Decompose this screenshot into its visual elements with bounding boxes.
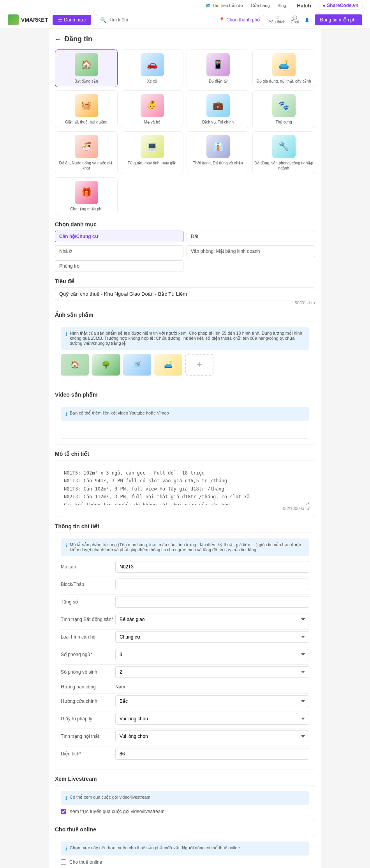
category-item-dv[interactable]: 💼 Dịch vụ, Tài chính bbox=[187, 90, 249, 128]
giay-phap-ly-select[interactable]: Vui lòng chọn bbox=[115, 713, 309, 725]
image-thumb-1[interactable]: 🏠 bbox=[61, 354, 89, 376]
category-thumb-docu: 🍜 bbox=[75, 135, 98, 158]
profile-button[interactable]: 👤 bbox=[305, 18, 309, 22]
video-san-pham-title: Video sản phẩm bbox=[55, 392, 315, 398]
category-item-bds[interactable]: 🏠 Bất động sản bbox=[55, 49, 118, 87]
category-item-thucung[interactable]: 🐾 Thú cưng bbox=[252, 90, 315, 128]
cho-thue-online-title: Cho thuê online bbox=[55, 826, 315, 833]
page-content: ← Đăng tin 🏠 Bất động sản 🚗 Xe cũ 📱 Đồ đ… bbox=[49, 29, 321, 868]
category-item-xe[interactable]: 🚗 Xe cũ bbox=[121, 49, 183, 87]
cho-thue-checkbox-label[interactable]: Cho thuê online bbox=[61, 859, 309, 865]
dien-tich-input[interactable] bbox=[115, 748, 309, 760]
danh-muc-button[interactable]: ☰ Danh mục bbox=[53, 15, 91, 25]
block-thap-input[interactable] bbox=[115, 579, 309, 590]
huong-cua-chinh-select[interactable]: Bắc bbox=[115, 695, 309, 707]
category-thumb-thucung: 🐾 bbox=[272, 94, 296, 117]
info-icon-video: ℹ bbox=[65, 411, 67, 417]
info-icon-ls: ℹ bbox=[65, 795, 67, 801]
image-thumb-preview-4: 🛋️ bbox=[154, 354, 182, 376]
so-phong-ngu-select[interactable]: 3 bbox=[115, 649, 309, 660]
user-icon: 👤 bbox=[305, 18, 309, 22]
tinh-trang-bds-select[interactable]: Bề bán giao bbox=[115, 614, 309, 625]
image-thumb-preview-1: 🏠 bbox=[61, 354, 89, 376]
info-icon-ct: ℹ bbox=[65, 846, 67, 852]
chat-button[interactable]: 💬 Chat bbox=[291, 16, 299, 24]
category-label-bds: Bất động sản bbox=[74, 79, 98, 84]
category-label-nt: Đồ gia dụng, nội thất, cây cảnh bbox=[256, 79, 311, 84]
image-thumb-preview-3: 🚿 bbox=[123, 354, 151, 376]
logo-area[interactable]: VMARKET bbox=[8, 14, 48, 25]
category-item-docu[interactable]: 🍜 Đồ ăn, Nước uống và nước giải khát bbox=[55, 131, 118, 174]
anh-san-pham-box: ℹ Hình thật của sản phẩm sẽ tạo được niề… bbox=[55, 321, 315, 385]
tinh-trang-noi-that-select[interactable]: Vui lòng chọn bbox=[115, 730, 309, 742]
topbar-store[interactable]: Cửa hàng bbox=[251, 3, 270, 8]
category-grid: 🏠 Bất động sản 🚗 Xe cũ 📱 Đồ điện tử 🛋️ Đ… bbox=[55, 49, 315, 215]
category-select-grid: Căn hộ/Chung cư Đất Nhà ở Văn phòng, Mặt… bbox=[55, 231, 315, 272]
back-button[interactable]: ← bbox=[55, 36, 61, 43]
mo-ta-char-count: 432/1000 kí tự bbox=[61, 506, 309, 511]
topbar-blog[interactable]: Blog bbox=[278, 3, 286, 8]
image-thumb-4[interactable]: 🛋️ bbox=[154, 354, 182, 376]
page-title: Đăng tin bbox=[64, 35, 92, 43]
category-label-tt: Thời trang, Đồ dùng và nhẫn bbox=[193, 161, 243, 166]
chon-danh-muc-title: Chọn danh mục bbox=[55, 221, 315, 228]
category-item-lambe[interactable]: 🧺 Giặt, ủi, thuê, bổi dưỡng bbox=[55, 90, 118, 128]
livestream-checkbox[interactable] bbox=[61, 809, 66, 814]
category-label-dv: Dịch vụ, Tài chính bbox=[202, 120, 234, 125]
anh-san-pham-title: Ảnh sản phẩm bbox=[55, 312, 315, 318]
thong-tin-box: ℹ Mô tả sản phẩm tú cung (Tên mon hàng, … bbox=[55, 533, 315, 769]
category-item-dt[interactable]: 📱 Đồ điện tử bbox=[187, 49, 249, 87]
loai-hinh-select[interactable]: Chung cư bbox=[115, 631, 309, 643]
category-item-tang[interactable]: 🎁 Cho tặng miễn phí bbox=[55, 177, 118, 215]
field-ma-can: Mã căn bbox=[61, 561, 309, 573]
image-upload-hint: ℹ Hình thật của sản phẩm sẽ tạo được niề… bbox=[61, 327, 309, 350]
field-huong-ban-cong: Hướng ban công Nam bbox=[61, 684, 309, 690]
cho-thue-checkbox[interactable] bbox=[61, 859, 66, 865]
category-label-tang: Cho tặng miễn phí bbox=[70, 206, 102, 212]
video-url-input[interactable] bbox=[61, 425, 309, 439]
category-item-docu2[interactable]: 🔧 Đồ dùng, văn phòng, công nghiệp ngành bbox=[252, 131, 315, 174]
field-tang-so: Tầng số bbox=[61, 596, 309, 608]
info-icon-tt: ℹ bbox=[65, 543, 67, 549]
cho-thue-online-box: ℹ Chọn mục này nếu bạn muốn cho thuê sản… bbox=[55, 836, 315, 868]
top-bar: 🗺️ Tìm trên bản đồ Cửa hàng Blog Hatch ●… bbox=[0, 0, 370, 11]
category-item-mebe[interactable]: 👶 Mẹ và bé bbox=[121, 90, 183, 128]
wishlist-button[interactable]: ♡ Yêu thích bbox=[269, 16, 285, 24]
category-item-nt[interactable]: 🛋️ Đồ gia dụng, nội thất, cây cảnh bbox=[252, 49, 315, 87]
ma-can-input[interactable] bbox=[115, 561, 309, 573]
tang-so-input[interactable] bbox=[115, 596, 309, 608]
map-icon: 🗺️ bbox=[205, 3, 211, 8]
livestream-hint: ℹ Có thể xem qua cuộc gọi video/livestre… bbox=[61, 791, 309, 805]
image-add-button[interactable]: + bbox=[185, 354, 213, 376]
cat-select-can-ho[interactable]: Căn hộ/Chung cư bbox=[55, 231, 183, 242]
cat-select-dat[interactable]: Đất bbox=[187, 231, 315, 242]
topbar-map[interactable]: 🗺️ Tìm trên bản đồ bbox=[205, 3, 243, 8]
xem-livestream-title: Xem Livestream bbox=[55, 776, 315, 782]
search-bar: 🔍 📍 Chọn thành phố bbox=[96, 15, 264, 25]
image-thumb-3[interactable]: 🚿 bbox=[123, 354, 151, 376]
mo-ta-box: 432/1000 kí tự bbox=[55, 460, 315, 517]
livestream-checkbox-label[interactable]: Xem trực tuyến qua cuộc gọi video/livest… bbox=[61, 809, 309, 814]
category-item-maymoc[interactable]: 💻 Tủ quần, máy tính, máy giặt bbox=[121, 131, 183, 174]
tieu-de-input[interactable] bbox=[55, 288, 315, 300]
category-thumb-xe: 🚗 bbox=[141, 53, 164, 76]
field-tinh-trang-bds: Tình trạng Bất động sản* Bề bán giao bbox=[61, 614, 309, 625]
cat-select-van-phong[interactable]: Văn phòng, Mặt bằng kinh doanh bbox=[187, 245, 315, 257]
chat-icon: 💬 bbox=[292, 16, 297, 20]
mo-ta-textarea[interactable] bbox=[61, 466, 309, 505]
image-thumb-2[interactable]: 🌳 bbox=[92, 354, 120, 376]
category-item-tt[interactable]: 👔 Thời trang, Đồ dùng và nhẫn bbox=[187, 131, 249, 174]
category-label-lambe: Giặt, ủi, thuê, bổi dưỡng bbox=[65, 120, 107, 125]
category-label-docu2: Đồ dùng, văn phòng, công nghiệp ngành bbox=[254, 161, 313, 171]
cat-select-phong-tro[interactable]: Phòng trọ bbox=[55, 260, 183, 272]
search-input[interactable] bbox=[109, 17, 212, 23]
menu-icon: ☰ bbox=[58, 17, 62, 23]
so-phong-ve-sinh-select[interactable]: 2 bbox=[115, 666, 309, 678]
register-button[interactable]: Đăng tin miễn phí bbox=[315, 14, 362, 25]
location-button[interactable]: 📍 Chọn thành phố bbox=[215, 17, 260, 23]
field-tinh-trang-noi-that: Tình trạng nội thất Vui lòng chọn bbox=[61, 730, 309, 742]
category-thumb-dv: 💼 bbox=[206, 94, 230, 117]
image-thumb-preview-2: 🌳 bbox=[92, 354, 120, 376]
category-thumb-tt: 👔 bbox=[206, 135, 230, 158]
cat-select-nha-o[interactable]: Nhà ở bbox=[55, 245, 183, 257]
